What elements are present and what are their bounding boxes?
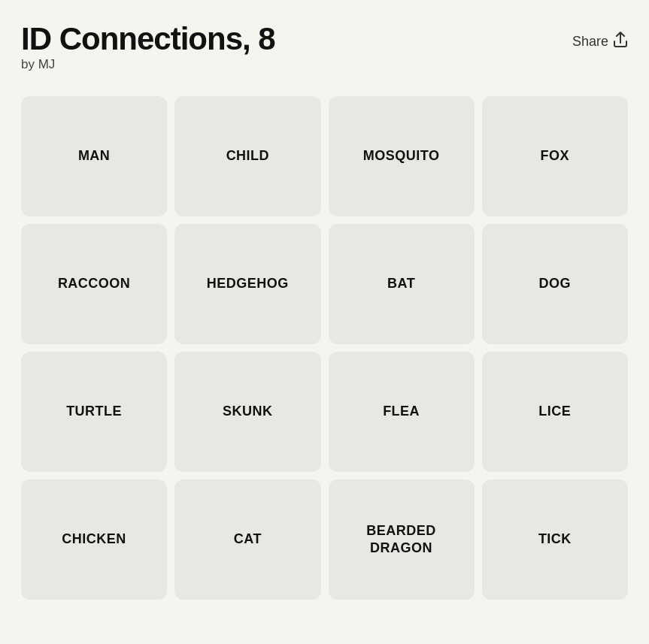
card-raccoon[interactable]: RACCOON bbox=[21, 224, 167, 344]
byline: by MJ bbox=[21, 57, 275, 72]
card-turtle[interactable]: TURTLE bbox=[21, 352, 167, 472]
card-label-cat: CAT bbox=[234, 531, 262, 548]
card-label-turtle: TURTLE bbox=[66, 403, 122, 420]
share-button[interactable]: Share bbox=[572, 29, 628, 55]
card-fox[interactable]: FOX bbox=[482, 96, 628, 216]
card-bearded-dragon[interactable]: BEARDED DRAGON bbox=[329, 479, 475, 600]
card-cat[interactable]: CAT bbox=[174, 479, 320, 600]
card-label-bearded-dragon: BEARDED DRAGON bbox=[366, 522, 436, 558]
card-label-flea: FLEA bbox=[383, 403, 420, 420]
card-bat[interactable]: BAT bbox=[329, 224, 475, 344]
card-label-bat: BAT bbox=[387, 275, 415, 292]
card-skunk[interactable]: SKUNK bbox=[174, 352, 320, 472]
page-title: ID Connections, 8 bbox=[21, 21, 275, 57]
page-header: ID Connections, 8 by MJ Share bbox=[21, 21, 628, 90]
card-dog[interactable]: DOG bbox=[482, 224, 628, 344]
card-man[interactable]: MAN bbox=[21, 96, 167, 216]
card-chicken[interactable]: CHICKEN bbox=[21, 479, 167, 600]
card-label-man: MAN bbox=[78, 147, 111, 165]
word-grid: MANCHILDMOSQUITOFOXRACCOONHEDGEHOGBATDOG… bbox=[21, 96, 628, 600]
card-label-dog: DOG bbox=[539, 275, 572, 292]
card-label-mosquito: MOSQUITO bbox=[363, 147, 440, 165]
card-child[interactable]: CHILD bbox=[174, 96, 320, 216]
card-label-skunk: SKUNK bbox=[223, 403, 273, 420]
card-mosquito[interactable]: MOSQUITO bbox=[329, 96, 475, 216]
share-label: Share bbox=[572, 34, 608, 50]
share-icon bbox=[613, 32, 628, 52]
card-label-child: CHILD bbox=[226, 147, 270, 165]
card-flea[interactable]: FLEA bbox=[329, 352, 475, 472]
card-lice[interactable]: LICE bbox=[482, 352, 628, 472]
card-label-raccoon: RACCOON bbox=[58, 275, 131, 292]
card-label-tick: TICK bbox=[538, 531, 572, 548]
card-label-chicken: CHICKEN bbox=[62, 531, 126, 548]
card-label-fox: FOX bbox=[541, 147, 570, 165]
card-label-hedgehog: HEDGEHOG bbox=[207, 275, 289, 292]
card-hedgehog[interactable]: HEDGEHOG bbox=[174, 224, 320, 344]
card-tick[interactable]: TICK bbox=[482, 479, 628, 600]
card-label-lice: LICE bbox=[538, 403, 571, 420]
